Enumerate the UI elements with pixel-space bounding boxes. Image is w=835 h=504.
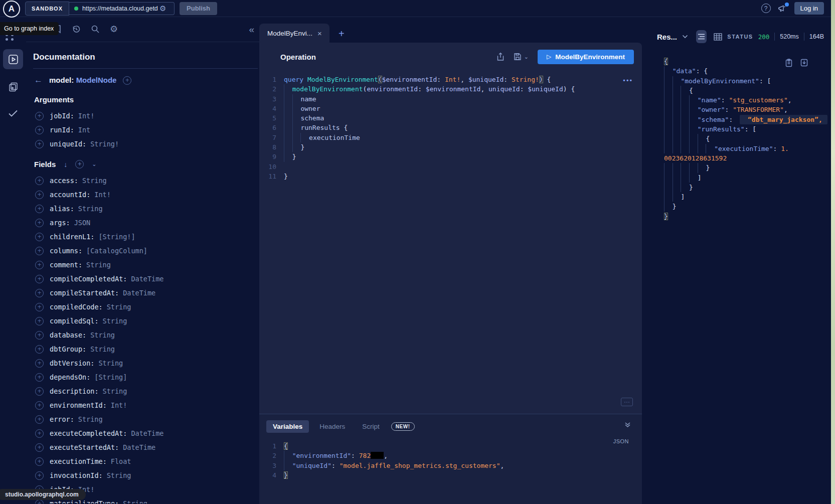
checks-nav-icon[interactable] [3, 103, 23, 123]
announcements-icon[interactable] [778, 5, 787, 13]
field-type[interactable]: Int! [94, 191, 111, 199]
field-type[interactable]: [String!] [98, 233, 135, 241]
add-field-icon[interactable]: + [35, 373, 44, 382]
schema-field-row[interactable]: +dependsOn:[String] [33, 370, 246, 384]
add-field-icon[interactable]: + [35, 429, 44, 438]
fields-options-chevron-icon[interactable]: ⌄ [92, 161, 96, 167]
code-line[interactable]: ] [664, 192, 831, 202]
field-type[interactable]: DateTime [123, 289, 155, 297]
variables-editor[interactable]: 1{2"environmentId": 782,3"uniqueId": "mo… [259, 441, 642, 480]
schema-field-row[interactable]: +columns:[CatalogColumn] [33, 244, 246, 258]
code-line[interactable]: 0023620128631592 [664, 153, 831, 163]
schema-field-row[interactable]: +args:JSON [33, 216, 246, 230]
field-type[interactable]: String [82, 177, 107, 185]
close-tab-icon[interactable]: × [317, 29, 322, 38]
new-tab-icon[interactable]: + [339, 28, 345, 40]
schema-field-row[interactable]: +access:String [33, 174, 246, 188]
endpoint-url-input[interactable]: https://metadata.cloud.getd [82, 5, 158, 12]
add-field-icon[interactable]: + [35, 443, 44, 452]
add-field-icon[interactable]: + [35, 140, 44, 148]
schema-field-row[interactable]: +executeStartedAt:DateTime [33, 440, 246, 454]
code-line[interactable]: } [664, 202, 831, 211]
endpoint-url-box[interactable]: https://metadata.cloud.getd ⚙ [69, 2, 175, 15]
add-all-fields-icon[interactable]: + [75, 160, 84, 169]
field-type[interactable]: String [90, 331, 115, 339]
save-options-chevron-icon[interactable]: ⌄ [524, 54, 529, 60]
editor-more-menu-icon[interactable]: ••• [623, 77, 633, 84]
add-field-icon[interactable]: + [35, 471, 44, 480]
schema-field-row[interactable]: +description:String [33, 384, 246, 398]
variables-code[interactable]: 1{2"environmentId": 782,3"uniqueId": "mo… [259, 441, 642, 480]
share-icon[interactable] [496, 52, 505, 61]
field-type[interactable]: String [78, 415, 103, 423]
schema-field-row[interactable]: +childrenL1:[String!] [33, 230, 246, 244]
field-type[interactable]: JSON [74, 219, 91, 227]
add-type-icon[interactable]: + [123, 76, 131, 85]
schema-field-row[interactable]: +compiledSql:String [33, 314, 246, 328]
code-line[interactable]: 4} [259, 470, 642, 480]
operation-editor[interactable]: 1query ModelByEnvironment($environmentId… [259, 71, 642, 414]
schema-field-row[interactable]: +executeCompletedAt:DateTime [33, 426, 246, 440]
add-field-icon[interactable]: + [35, 112, 44, 120]
field-type[interactable]: String [103, 387, 127, 395]
response-json[interactable]: {"data": {"modelByEnvironment": [{"name"… [664, 57, 831, 221]
code-line[interactable]: "modelByEnvironment": [ [664, 76, 831, 86]
code-line[interactable]: 2"environmentId": 782, [259, 451, 642, 460]
code-line[interactable]: 5schema [259, 113, 642, 123]
code-line[interactable]: 1query ModelByEnvironment($environmentId… [259, 75, 642, 84]
schema-field-row[interactable]: +uniqueId:String! [33, 137, 246, 151]
add-field-icon[interactable]: + [35, 317, 44, 325]
code-line[interactable]: "schema": “dbt_mary_jackson”, [664, 115, 831, 124]
schema-field-row[interactable]: +compileStartedAt:DateTime [33, 286, 246, 300]
code-line[interactable]: { [664, 86, 831, 95]
field-type[interactable]: String [103, 317, 127, 325]
field-type[interactable]: String [107, 303, 131, 311]
code-line[interactable]: "data": { [664, 66, 831, 76]
endpoint-settings-gear-icon[interactable]: ⚙ [159, 4, 166, 13]
schema-field-row[interactable]: +accountId:Int! [33, 188, 246, 202]
add-field-icon[interactable]: + [35, 289, 44, 297]
add-field-icon[interactable]: + [35, 331, 44, 340]
field-type[interactable]: String [123, 499, 147, 503]
field-type[interactable]: String [98, 359, 123, 367]
schema-field-row[interactable]: +jobId:Int! [33, 109, 246, 123]
schema-field-row[interactable]: +database:String [33, 328, 246, 342]
code-line[interactable]: ] [664, 173, 831, 183]
code-line[interactable]: "runResults": [ [664, 124, 831, 134]
code-line[interactable]: 3"uniqueId": "model.jaffle_shop_metrics.… [259, 461, 642, 470]
field-type[interactable]: String [107, 471, 131, 479]
schema-field-row[interactable]: +executionTime:Float [33, 454, 246, 468]
field-type[interactable]: DateTime [123, 443, 155, 451]
field-type[interactable]: Float [111, 457, 131, 465]
table-view-toggle[interactable] [714, 33, 722, 41]
code-line[interactable]: "executionTime": 1. [664, 144, 831, 153]
add-field-icon[interactable]: + [35, 457, 44, 466]
collapse-variables-icon[interactable] [624, 421, 631, 428]
field-type[interactable]: [CatalogColumn] [86, 247, 147, 255]
login-button[interactable]: Log in [794, 2, 824, 15]
help-icon[interactable]: ? [761, 4, 771, 13]
add-field-icon[interactable]: + [35, 233, 44, 241]
field-type[interactable]: Int! [78, 112, 95, 120]
field-type[interactable]: [String] [94, 373, 127, 381]
schema-field-row[interactable]: +runId:Int [33, 123, 246, 137]
code-line[interactable]: } [664, 212, 831, 221]
code-line[interactable]: 3name [259, 94, 642, 104]
back-arrow-icon[interactable]: ← [34, 75, 43, 85]
code-line[interactable]: 8} [259, 142, 642, 152]
add-field-icon[interactable]: + [35, 219, 44, 227]
code-line[interactable]: 10 [259, 162, 642, 172]
schema-field-row[interactable]: +invocationId:String [33, 468, 246, 482]
field-type[interactable]: String! [90, 140, 119, 148]
schema-field-row[interactable]: +alias:String [33, 202, 246, 216]
add-field-icon[interactable]: + [35, 345, 44, 354]
add-field-icon[interactable]: + [35, 261, 44, 269]
code-line[interactable]: "owner": "TRANSFORMER", [664, 105, 831, 114]
explorer-nav-icon[interactable] [3, 49, 23, 69]
add-field-icon[interactable]: + [35, 247, 44, 255]
tab-headers[interactable]: Headers [313, 420, 352, 433]
code-line[interactable]: 4owner [259, 104, 642, 113]
settings-gear-icon[interactable]: ⚙ [110, 24, 118, 35]
add-field-icon[interactable]: + [35, 191, 44, 199]
schema-nav-icon[interactable] [3, 77, 23, 97]
